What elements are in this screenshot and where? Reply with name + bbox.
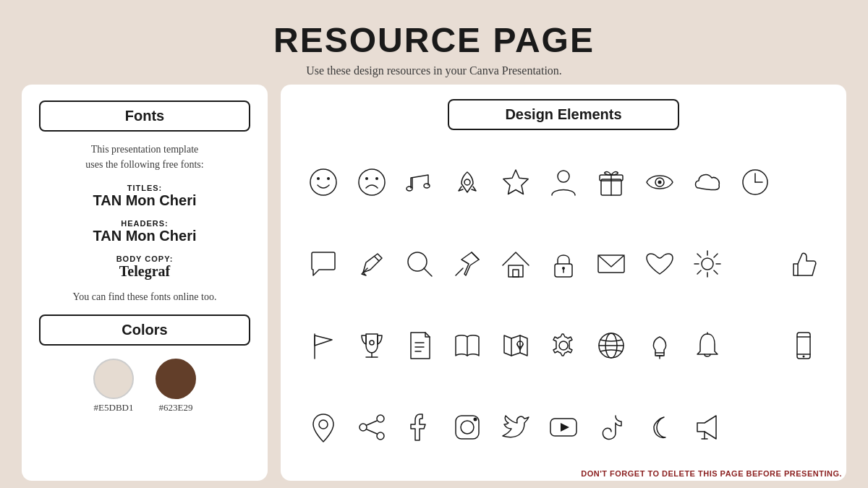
svg-line-40 — [697, 270, 701, 274]
svg-point-0 — [310, 169, 336, 195]
svg-line-70 — [367, 429, 377, 434]
color-swatch-1: #E5DBD1 — [93, 359, 134, 414]
share-icon — [351, 406, 393, 448]
svg-point-4 — [365, 177, 368, 180]
flag-icon — [302, 325, 344, 367]
font-headers-entry: HEADERS: TAN Mon Cheri — [39, 219, 250, 244]
svg-point-30 — [562, 267, 565, 270]
svg-point-16 — [658, 180, 661, 184]
page-title: RESOURCE PAGE — [273, 20, 595, 60]
svg-point-73 — [474, 418, 477, 421]
star-icon — [495, 161, 537, 203]
color-circle-2 — [156, 359, 196, 399]
font-body-label: BODY COPY: — [39, 254, 250, 263]
rocket-icon — [446, 161, 488, 203]
svg-point-7 — [424, 184, 430, 188]
speech-bubble-icon — [302, 243, 344, 285]
svg-marker-75 — [561, 423, 569, 432]
svg-point-2 — [327, 177, 330, 180]
empty-cell-r3 — [734, 325, 776, 367]
phone-icon — [783, 325, 825, 367]
svg-line-37 — [697, 254, 701, 257]
trophy-icon — [351, 325, 393, 367]
svg-point-53 — [559, 341, 568, 350]
svg-point-64 — [802, 356, 804, 358]
svg-marker-10 — [503, 170, 528, 194]
font-titles-name: TAN Mon Cheri — [39, 192, 250, 209]
svg-rect-27 — [513, 270, 519, 277]
colors-header-label: Colors — [122, 322, 167, 338]
design-elements-header-box: Design Elements — [448, 99, 679, 130]
svg-marker-49 — [504, 335, 527, 356]
map-icon — [495, 325, 537, 367]
facebook-icon — [399, 406, 441, 448]
svg-point-11 — [558, 171, 569, 182]
svg-rect-31 — [598, 255, 624, 273]
font-titles-label: TITLES: — [39, 184, 250, 192]
svg-point-6 — [407, 187, 412, 191]
svg-line-24 — [456, 268, 463, 275]
svg-rect-26 — [509, 265, 523, 277]
fonts-header-box: Fonts — [39, 100, 250, 132]
svg-point-5 — [375, 177, 378, 180]
empty-cell-r2 — [734, 243, 776, 285]
fonts-description: This presentation templateuses the follo… — [39, 142, 250, 172]
color-swatch-2: #623E29 — [156, 359, 196, 414]
font-body-entry: BODY COPY: Telegraf — [39, 254, 250, 280]
svg-point-3 — [359, 169, 385, 195]
main-content: Fonts This presentation templateuses the… — [22, 85, 846, 481]
eye-icon — [639, 161, 681, 203]
sun-icon — [686, 243, 728, 285]
design-elements-header-label: Design Elements — [505, 106, 621, 122]
empty-cell-r4 — [734, 406, 776, 448]
svg-point-66 — [377, 415, 384, 422]
cloud-icon — [686, 161, 728, 203]
svg-point-67 — [359, 424, 367, 431]
smiley-icon — [302, 161, 344, 203]
tiktok-icon — [590, 406, 632, 448]
heart-icon — [639, 243, 681, 285]
globe-icon — [590, 325, 632, 367]
instagram-icon — [446, 406, 488, 448]
house-icon — [495, 243, 537, 285]
right-panel: Design Elements — [281, 85, 846, 481]
bell-icon — [686, 325, 728, 367]
font-headers-name: TAN Mon Cheri — [39, 228, 250, 244]
youtube-icon — [542, 406, 584, 448]
color-circle-1 — [93, 359, 134, 399]
pushpin-icon — [446, 243, 488, 285]
location-pin-icon — [302, 406, 344, 448]
envelope-icon — [590, 243, 632, 285]
search-icon — [399, 243, 441, 285]
svg-point-68 — [377, 432, 384, 440]
color-swatches: #E5DBD1 #623E29 — [39, 359, 250, 414]
gift-icon — [590, 161, 632, 203]
music-notes-icon — [399, 161, 441, 203]
svg-line-23 — [424, 268, 432, 276]
svg-point-44 — [370, 341, 374, 345]
colors-header-box: Colors — [39, 314, 250, 346]
font-headers-label: HEADERS: — [39, 219, 250, 228]
thumbs-up-icon — [783, 243, 825, 285]
twitter-icon — [495, 406, 537, 448]
gear-icon — [542, 325, 584, 367]
svg-line-21 — [375, 257, 379, 261]
svg-point-1 — [317, 177, 320, 180]
color-hex-1: #E5DBD1 — [94, 402, 134, 414]
fonts-header-label: Fonts — [125, 108, 164, 124]
pencil-icon — [351, 243, 393, 285]
sad-face-icon — [351, 161, 393, 203]
megaphone-icon — [686, 406, 728, 448]
page-subtitle: Use these design resources in your Canva… — [273, 64, 595, 77]
font-body-name: Telegraf — [39, 263, 250, 280]
icons-grid — [301, 143, 826, 466]
svg-point-9 — [464, 179, 470, 185]
person-icon — [542, 161, 584, 203]
fonts-online-note: You can find these fonts online too. — [39, 291, 250, 303]
lightbulb-icon — [639, 325, 681, 367]
svg-point-32 — [702, 258, 713, 270]
moon-icon — [639, 406, 681, 448]
svg-line-25 — [472, 252, 479, 260]
left-panel: Fonts This presentation templateuses the… — [22, 85, 268, 481]
svg-line-69 — [367, 421, 377, 425]
